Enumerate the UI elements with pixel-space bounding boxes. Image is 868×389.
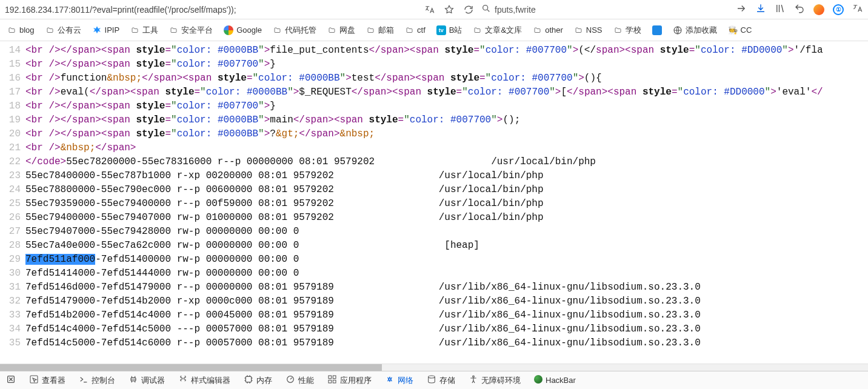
storage-icon [427, 374, 436, 386]
bookmark-item[interactable]: Google [224, 25, 262, 35]
ext2-icon[interactable]: ① [833, 4, 844, 15]
bookmark-item[interactable] [652, 25, 662, 35]
horizontal-scrollbar[interactable] [0, 364, 868, 371]
ext3-icon[interactable] [852, 3, 863, 16]
bookmark-item[interactable]: 邮箱 [366, 25, 394, 36]
line-number: 17 [0, 85, 25, 99]
devtools-tab-storage[interactable]: 存储 [427, 374, 455, 386]
line-number: 35 [0, 336, 25, 350]
bookmark-item[interactable]: tvB站 [436, 25, 462, 36]
line-content: 7efd51479000-7efd514b2000 r-xp 0000c000 … [25, 294, 868, 308]
bookmark-item[interactable]: other [533, 25, 563, 35]
code-line[interactable]: 337efd514b2000-7efd514c4000 r--p 0004500… [0, 308, 868, 322]
bookmark-label: 公有云 [58, 25, 81, 36]
devtools-tab-style[interactable]: 样式编辑器 [178, 374, 230, 386]
library-icon[interactable] [775, 3, 786, 16]
line-number: 33 [0, 308, 25, 322]
app-icon [327, 374, 337, 386]
code-line[interactable]: 297efd511af000-7efd51400000 rw-p 0000000… [0, 253, 868, 267]
code-line[interactable]: 20<br /></span><span style="color: #0000… [0, 127, 868, 141]
star-icon[interactable] [444, 4, 455, 15]
bookmark-item[interactable]: 网盘 [327, 25, 355, 36]
line-content: 7efd514b2000-7efd514c4000 r--p 00045000 … [25, 308, 868, 322]
line-content: <br /></span><span style="color: #007700… [25, 58, 868, 71]
scrollbar-thumb[interactable] [0, 364, 382, 371]
code-line[interactable]: 2355ec78400000-55ec787b1000 r-xp 0020000… [0, 169, 868, 183]
code-line[interactable]: 347efd514c4000-7efd514c5000 ---p 0005700… [0, 322, 868, 336]
line-content: <br />&nbsp;</span> [25, 141, 868, 155]
code-line[interactable]: 19<br /></span><span style="color: #0000… [0, 113, 868, 127]
devtools-tab-inspector[interactable]: 查看器 [29, 374, 65, 386]
svg-rect-7 [329, 376, 332, 379]
code-line[interactable]: 22</code>55ec78200000-55ec78316000 r--p … [0, 155, 868, 169]
line-content: 55ec79407000-55ec79428000 rw-p 00000000 … [25, 225, 868, 239]
url-actions [424, 4, 474, 15]
debugger-icon [129, 374, 138, 386]
bookmark-item[interactable]: 公有云 [45, 25, 81, 36]
bookmark-item[interactable]: 工具 [130, 25, 158, 36]
undo-icon[interactable] [794, 3, 805, 16]
source-view[interactable]: 14<br /></span><span style="color: #0000… [0, 41, 868, 364]
devtools-tab-label: 内存 [256, 375, 272, 386]
svg-rect-3 [30, 376, 38, 383]
ext1-icon[interactable] [813, 4, 824, 15]
reload-icon[interactable] [463, 4, 474, 15]
code-line[interactable]: 357efd514c5000-7efd514c6000 r--p 0005700… [0, 336, 868, 350]
devtools-tab-memory[interactable]: 内存 [244, 374, 272, 386]
devtools-tab-label: 控制台 [92, 375, 115, 386]
bookmark-item[interactable]: 🧑‍🍳CC [728, 25, 752, 35]
bookmark-label: blog [19, 25, 35, 35]
bookmark-label: 网盘 [339, 25, 355, 36]
bookmarks-bar: blog公有云IPIP工具安全平台Google代码托管网盘邮箱ctftvB站文章… [0, 19, 868, 41]
svg-point-0 [483, 5, 488, 10]
bookmark-item[interactable]: 安全平台 [169, 25, 213, 36]
devtools-tab-network[interactable]: 网络 [385, 374, 413, 386]
toolbar-right: ① [736, 3, 863, 16]
line-number: 24 [0, 183, 25, 197]
code-line[interactable]: 2655ec79400000-55ec79407000 rw-p 0100000… [0, 211, 868, 225]
code-line[interactable]: 307efd51414000-7efd51444000 rw-p 0000000… [0, 267, 868, 281]
code-line[interactable]: 15<br /></span><span style="color: #0077… [0, 58, 868, 71]
devtools-tab-label: 无障碍环境 [481, 375, 521, 386]
go-icon[interactable] [736, 3, 747, 16]
bookmark-item[interactable]: 代码托管 [273, 25, 316, 36]
url-bar[interactable]: 192.168.234.177:8011/?eval=print(readfil… [5, 5, 417, 15]
perf-icon [285, 374, 295, 386]
bookmark-item[interactable]: 学校 [613, 25, 641, 36]
devtools-tab-perf[interactable]: 性能 [285, 374, 314, 386]
devtools-tab-console[interactable]: 控制台 [79, 374, 115, 386]
bookmark-label: IPIP [105, 25, 120, 35]
code-line[interactable]: 16<br />function&nbsp;</span><span style… [0, 71, 868, 85]
download-icon[interactable] [755, 3, 766, 16]
code-line[interactable]: 14<br /></span><span style="color: #0000… [0, 44, 868, 58]
translate-icon[interactable] [424, 4, 435, 15]
devtools-tab-a11y[interactable]: 无障碍环境 [469, 374, 521, 386]
bookmark-item[interactable]: 文章&文库 [473, 25, 522, 36]
line-number: 28 [0, 239, 25, 253]
code-line[interactable]: 2555ec79359000-55ec79400000 r--p 00f5900… [0, 197, 868, 211]
code-line[interactable]: 317efd5146d000-7efd51479000 r--p 0000000… [0, 281, 868, 294]
svg-rect-10 [333, 380, 336, 383]
line-number: 34 [0, 322, 25, 336]
devtools-tab-label: 网络 [398, 375, 413, 386]
line-content: 55ec7a40e000-55ec7a62c000 rw-p 00000000 … [25, 239, 868, 253]
search-bar[interactable]: fputs,fwrite [481, 4, 729, 15]
bookmark-item[interactable]: 添加收藏 [673, 25, 717, 36]
code-line[interactable]: 2855ec7a40e000-55ec7a62c000 rw-p 0000000… [0, 239, 868, 253]
code-line[interactable]: 327efd51479000-7efd514b2000 r-xp 0000c00… [0, 294, 868, 308]
code-line[interactable]: 2755ec79407000-55ec79428000 rw-p 0000000… [0, 225, 868, 239]
code-line[interactable]: 21<br />&nbsp;</span> [0, 141, 868, 155]
code-line[interactable]: 18<br /></span><span style="color: #0077… [0, 99, 868, 113]
code-line[interactable]: 2455ec78800000-55ec790ec000 r--p 0060000… [0, 183, 868, 197]
line-number: 30 [0, 267, 25, 281]
devtools-tab-debugger[interactable]: 调试器 [129, 374, 165, 386]
code-line[interactable]: 17<br />eval(</span><span style="color: … [0, 85, 868, 99]
bookmark-item[interactable]: IPIP [92, 25, 120, 35]
bookmark-item[interactable]: NSS [574, 25, 603, 35]
bookmark-item[interactable]: ctf [405, 25, 426, 35]
devtools-tab-app[interactable]: 应用程序 [327, 374, 372, 386]
devtools-close-icon[interactable] [6, 374, 16, 386]
bookmark-item[interactable]: blog [7, 25, 35, 35]
line-number: 22 [0, 155, 25, 169]
devtools-tab-hackbar[interactable]: HackBar [534, 375, 576, 385]
